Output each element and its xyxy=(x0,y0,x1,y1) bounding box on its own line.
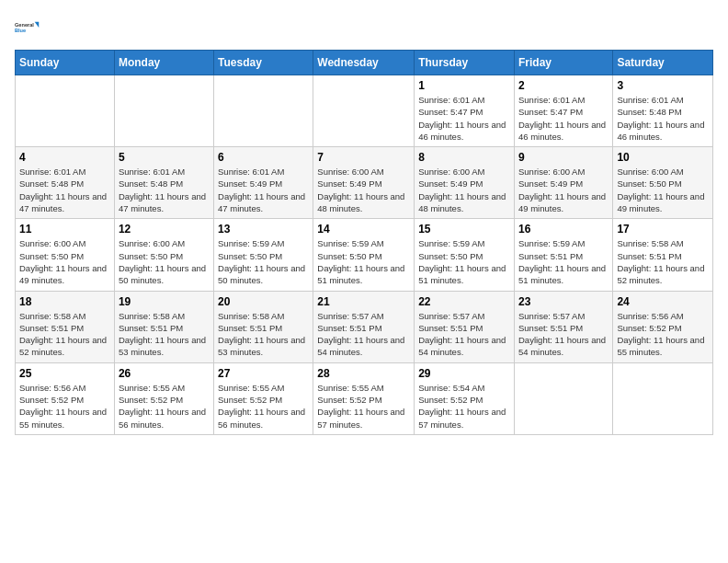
calendar-cell: 24Sunrise: 5:56 AM Sunset: 5:52 PM Dayli… xyxy=(613,291,713,362)
calendar-cell: 5Sunrise: 6:01 AM Sunset: 5:48 PM Daylig… xyxy=(114,147,213,219)
calendar-cell: 16Sunrise: 5:59 AM Sunset: 5:51 PM Dayli… xyxy=(514,219,612,291)
day-number: 11 xyxy=(19,223,110,236)
day-number: 21 xyxy=(317,295,410,308)
calendar-cell: 14Sunrise: 5:59 AM Sunset: 5:50 PM Dayli… xyxy=(313,219,415,291)
day-info: Sunrise: 6:01 AM Sunset: 5:47 PM Dayligh… xyxy=(518,94,609,143)
day-info: Sunrise: 6:01 AM Sunset: 5:49 PM Dayligh… xyxy=(218,166,309,214)
day-info: Sunrise: 5:58 AM Sunset: 5:51 PM Dayligh… xyxy=(617,237,709,286)
day-number: 28 xyxy=(317,367,410,380)
day-header: Wednesday xyxy=(313,51,415,75)
svg-text:Blue: Blue xyxy=(15,28,26,33)
day-header: Thursday xyxy=(415,51,515,75)
calendar-cell xyxy=(313,75,415,147)
day-info: Sunrise: 6:00 AM Sunset: 5:49 PM Dayligh… xyxy=(418,166,510,214)
day-info: Sunrise: 5:55 AM Sunset: 5:52 PM Dayligh… xyxy=(218,382,309,431)
calendar-cell: 26Sunrise: 5:55 AM Sunset: 5:52 PM Dayli… xyxy=(114,362,213,434)
day-number: 6 xyxy=(218,151,309,164)
day-number: 17 xyxy=(617,223,709,236)
day-info: Sunrise: 5:58 AM Sunset: 5:51 PM Dayligh… xyxy=(218,310,309,359)
calendar-cell: 4Sunrise: 6:01 AM Sunset: 5:48 PM Daylig… xyxy=(16,147,115,219)
day-number: 27 xyxy=(218,367,309,380)
calendar-cell: 10Sunrise: 6:00 AM Sunset: 5:50 PM Dayli… xyxy=(613,147,713,219)
day-number: 10 xyxy=(617,151,709,164)
day-number: 20 xyxy=(218,295,309,308)
day-info: Sunrise: 5:58 AM Sunset: 5:51 PM Dayligh… xyxy=(19,310,110,359)
day-info: Sunrise: 6:00 AM Sunset: 5:50 PM Dayligh… xyxy=(617,166,709,214)
calendar-cell: 7Sunrise: 6:00 AM Sunset: 5:49 PM Daylig… xyxy=(313,147,415,219)
calendar-cell: 8Sunrise: 6:00 AM Sunset: 5:49 PM Daylig… xyxy=(415,147,515,219)
calendar-cell: 1Sunrise: 6:01 AM Sunset: 5:47 PM Daylig… xyxy=(415,75,515,147)
day-info: Sunrise: 5:59 AM Sunset: 5:50 PM Dayligh… xyxy=(218,237,309,286)
day-number: 1 xyxy=(418,79,510,92)
day-number: 23 xyxy=(518,295,609,308)
day-number: 3 xyxy=(617,79,709,92)
calendar-cell: 18Sunrise: 5:58 AM Sunset: 5:51 PM Dayli… xyxy=(16,291,115,362)
day-info: Sunrise: 5:56 AM Sunset: 5:52 PM Dayligh… xyxy=(617,310,709,359)
calendar-cell xyxy=(214,75,313,147)
calendar-cell: 25Sunrise: 5:56 AM Sunset: 5:52 PM Dayli… xyxy=(16,362,115,434)
day-info: Sunrise: 5:56 AM Sunset: 5:52 PM Dayligh… xyxy=(19,382,110,431)
day-number: 16 xyxy=(518,223,609,236)
day-info: Sunrise: 6:01 AM Sunset: 5:47 PM Dayligh… xyxy=(418,94,510,143)
day-number: 22 xyxy=(418,295,510,308)
day-number: 12 xyxy=(119,223,210,236)
calendar-cell xyxy=(514,362,612,434)
svg-text:General: General xyxy=(15,22,34,28)
day-number: 8 xyxy=(418,151,510,164)
day-info: Sunrise: 6:01 AM Sunset: 5:48 PM Dayligh… xyxy=(119,166,210,214)
header: GeneralBlue xyxy=(15,15,713,40)
day-info: Sunrise: 6:00 AM Sunset: 5:50 PM Dayligh… xyxy=(19,237,110,286)
calendar-cell: 23Sunrise: 5:57 AM Sunset: 5:51 PM Dayli… xyxy=(514,291,612,362)
calendar-header-row: SundayMondayTuesdayWednesdayThursdayFrid… xyxy=(16,51,713,75)
day-info: Sunrise: 5:58 AM Sunset: 5:51 PM Dayligh… xyxy=(119,310,210,359)
day-header: Friday xyxy=(514,51,612,75)
calendar-table: SundayMondayTuesdayWednesdayThursdayFrid… xyxy=(15,50,713,435)
day-number: 15 xyxy=(418,223,510,236)
day-info: Sunrise: 6:01 AM Sunset: 5:48 PM Dayligh… xyxy=(617,94,709,143)
calendar-cell: 29Sunrise: 5:54 AM Sunset: 5:52 PM Dayli… xyxy=(415,362,515,434)
calendar-cell: 22Sunrise: 5:57 AM Sunset: 5:51 PM Dayli… xyxy=(415,291,515,362)
day-info: Sunrise: 5:54 AM Sunset: 5:52 PM Dayligh… xyxy=(418,382,510,431)
day-number: 9 xyxy=(518,151,609,164)
day-info: Sunrise: 5:57 AM Sunset: 5:51 PM Dayligh… xyxy=(518,310,609,359)
day-number: 4 xyxy=(19,151,110,164)
calendar-cell: 20Sunrise: 5:58 AM Sunset: 5:51 PM Dayli… xyxy=(214,291,313,362)
day-header: Sunday xyxy=(16,51,115,75)
day-info: Sunrise: 6:01 AM Sunset: 5:48 PM Dayligh… xyxy=(19,166,110,214)
calendar-week-row: 11Sunrise: 6:00 AM Sunset: 5:50 PM Dayli… xyxy=(16,219,713,291)
day-number: 18 xyxy=(19,295,110,308)
day-info: Sunrise: 6:00 AM Sunset: 5:49 PM Dayligh… xyxy=(317,166,410,214)
calendar-cell xyxy=(613,362,713,434)
calendar-cell: 12Sunrise: 6:00 AM Sunset: 5:50 PM Dayli… xyxy=(114,219,213,291)
day-number: 29 xyxy=(418,367,510,380)
day-info: Sunrise: 5:59 AM Sunset: 5:51 PM Dayligh… xyxy=(518,237,609,286)
day-number: 7 xyxy=(317,151,410,164)
calendar-week-row: 18Sunrise: 5:58 AM Sunset: 5:51 PM Dayli… xyxy=(16,291,713,362)
calendar-week-row: 25Sunrise: 5:56 AM Sunset: 5:52 PM Dayli… xyxy=(16,362,713,434)
calendar-cell: 17Sunrise: 5:58 AM Sunset: 5:51 PM Dayli… xyxy=(613,219,713,291)
day-number: 19 xyxy=(119,295,210,308)
calendar-cell xyxy=(16,75,115,147)
day-info: Sunrise: 6:00 AM Sunset: 5:50 PM Dayligh… xyxy=(119,237,210,286)
calendar-cell: 19Sunrise: 5:58 AM Sunset: 5:51 PM Dayli… xyxy=(114,291,213,362)
calendar-week-row: 4Sunrise: 6:01 AM Sunset: 5:48 PM Daylig… xyxy=(16,147,713,219)
day-info: Sunrise: 5:57 AM Sunset: 5:51 PM Dayligh… xyxy=(317,310,410,359)
day-number: 26 xyxy=(119,367,210,380)
calendar-cell: 9Sunrise: 6:00 AM Sunset: 5:49 PM Daylig… xyxy=(514,147,612,219)
day-number: 25 xyxy=(19,367,110,380)
calendar-cell: 15Sunrise: 5:59 AM Sunset: 5:50 PM Dayli… xyxy=(415,219,515,291)
day-number: 2 xyxy=(518,79,609,92)
calendar-cell: 3Sunrise: 6:01 AM Sunset: 5:48 PM Daylig… xyxy=(613,75,713,147)
day-header: Tuesday xyxy=(214,51,313,75)
calendar-cell: 21Sunrise: 5:57 AM Sunset: 5:51 PM Dayli… xyxy=(313,291,415,362)
svg-marker-2 xyxy=(35,22,40,28)
calendar-cell: 6Sunrise: 6:01 AM Sunset: 5:49 PM Daylig… xyxy=(214,147,313,219)
day-number: 24 xyxy=(617,295,709,308)
day-info: Sunrise: 5:55 AM Sunset: 5:52 PM Dayligh… xyxy=(119,382,210,431)
calendar-cell: 13Sunrise: 5:59 AM Sunset: 5:50 PM Dayli… xyxy=(214,219,313,291)
calendar-cell: 28Sunrise: 5:55 AM Sunset: 5:52 PM Dayli… xyxy=(313,362,415,434)
logo: GeneralBlue xyxy=(15,15,40,40)
calendar-cell xyxy=(114,75,213,147)
day-number: 5 xyxy=(119,151,210,164)
day-info: Sunrise: 5:57 AM Sunset: 5:51 PM Dayligh… xyxy=(418,310,510,359)
